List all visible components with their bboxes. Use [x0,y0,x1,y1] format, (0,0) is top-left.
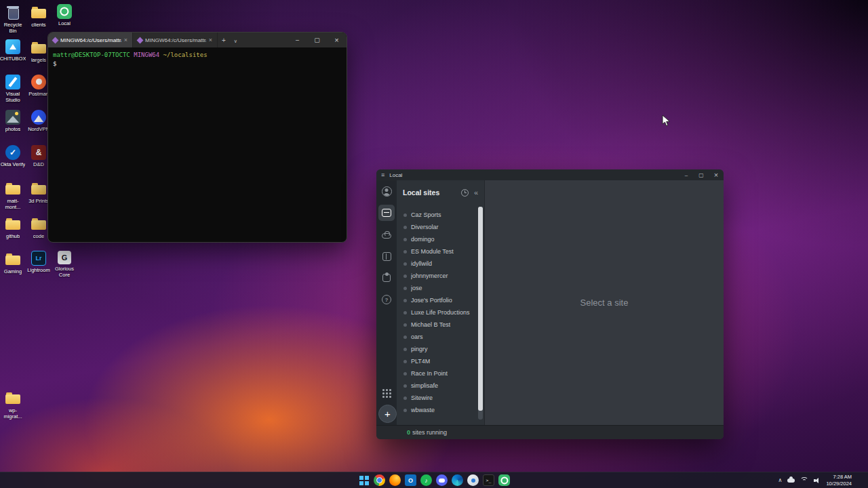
desktop-icon[interactable]: photos [0,110,26,145]
desktop-icon-label: Recycle Bin [0,22,26,34]
hamburger-menu-icon[interactable] [376,171,389,178]
site-name: johnnymercer [411,272,448,279]
desktop-icons-column-1: Recycle Bin CHITUBOX Visual Studio Code … [0,4,26,286]
close-button[interactable] [327,33,347,47]
site-list-item[interactable]: Michael B Test [397,319,484,331]
layout-icon [382,252,391,261]
desktop-icon[interactable]: matt-mont... [0,180,26,216]
apps-grid-icon[interactable] [382,388,391,398]
account-button[interactable] [378,183,395,199]
terminal-tab[interactable]: MINGW64:/c/Users/mattr/loc [48,33,133,47]
desktop-icon-label: CHITUBOX [0,56,26,62]
wifi-icon[interactable] [800,477,808,484]
terminal-icon[interactable] [483,474,494,486]
chrome-icon[interactable] [374,474,385,486]
spotify-icon[interactable] [420,474,432,486]
tab-close-icon[interactable] [209,37,212,43]
terminal-input-line: $ [53,60,342,68]
site-name: jose [411,285,422,291]
discord-icon[interactable] [436,474,448,486]
site-status-dot [403,226,407,229]
site-name: Jose's Portfolio [411,297,452,304]
site-list-item[interactable]: jose [397,282,484,294]
desktop-icon[interactable]: Visual Studio Code [0,75,26,110]
site-list-item[interactable]: idyllwild [397,258,484,270]
puzzle-addons-icon [382,274,391,282]
desktop-icon[interactable]: CHITUBOX [0,39,26,75]
desktop-icon[interactable]: Glorious Core [52,251,77,286]
desktop-icon[interactable]: github [0,216,26,251]
panel-title: Local sites [403,188,456,197]
maximize-button[interactable] [694,169,709,180]
site-list-item[interactable]: PLT4M [397,355,484,367]
site-name: oars [411,333,423,340]
prompt-path: ~/localsites [163,52,208,58]
edge-icon[interactable] [452,474,463,486]
blueprints-tab[interactable] [378,248,395,264]
new-tab-button[interactable] [218,37,230,44]
site-list-item[interactable]: pingry [397,343,484,355]
tab-close-icon[interactable] [124,37,127,43]
volume-icon[interactable] [814,477,821,484]
desktop-icon[interactable]: Gaming [0,251,26,286]
terminal-output[interactable]: mattr@DESKTOP-07TOCTC MINGW64 ~/localsit… [48,47,347,242]
minimize-button[interactable] [679,169,694,180]
collapse-sidebar-icon[interactable] [474,188,478,197]
history-clock-icon[interactable] [461,189,469,197]
folder-icon [5,390,21,406]
scrollbar-thumb[interactable] [478,207,483,411]
site-list-item[interactable]: simplisafe [397,380,484,392]
connect-tab[interactable] [378,226,395,243]
terminal-tab-label: MINGW64:/c/Users/mattr/loc [60,37,121,43]
close-button[interactable] [709,169,724,180]
site-list-item[interactable]: Sitewire [397,392,484,404]
site-list-item[interactable]: Caz Sports [397,209,484,221]
site-list-item[interactable]: Race In Point [397,367,484,380]
scrollbar-track[interactable] [478,207,483,420]
desktop-icon[interactable]: Okta Verify [0,145,26,180]
site-list-item[interactable]: ES Module Test [397,245,484,258]
desktop-icon[interactable]: Lightroom [26,251,52,286]
select-a-site-placeholder: Select a site [580,298,629,308]
outlook-icon[interactable] [405,474,416,486]
site-list-item[interactable]: domingo [397,233,484,245]
hidden-icons-chevron-icon[interactable] [778,477,783,483]
copilot-icon[interactable] [467,474,479,486]
site-list-item[interactable]: Diversolar [397,221,484,233]
site-list-item[interactable]: Jose's Portfolio [397,294,484,306]
help-button[interactable] [378,291,395,308]
desktop-icon[interactable]: wp-migrat... [0,390,26,425]
sites-list: Caz Sports Diversolar domingo [397,205,484,425]
folder-icon [31,4,47,20]
desktop-icon-label: photos [5,126,21,132]
firefox-icon[interactable] [389,474,401,486]
postman-icon [31,75,46,89]
site-status-dot [403,274,407,278]
git-bash-icon [52,37,59,43]
local-content: Local sites Caz Sports Diversolar [376,180,724,425]
desktop-icon[interactable]: Recycle Bin [0,4,26,39]
site-list-item[interactable]: Luxe Life Productions [397,306,484,319]
tab-dropdown-icon[interactable] [230,37,241,44]
onedrive-cloud-icon[interactable] [787,479,795,483]
minimize-button[interactable] [288,33,307,47]
add-site-button[interactable] [378,405,397,423]
local-icon[interactable] [498,474,510,486]
taskbar-clock[interactable]: 7:28 AM 10/29/2024 [826,474,852,487]
folder-icon [31,180,47,197]
maximize-button[interactable] [307,33,327,47]
site-list-item[interactable]: johnnymercer [397,270,484,282]
local-sites-tab[interactable] [378,205,395,221]
site-name: wbwaste [411,407,435,413]
site-status-dot [403,287,407,290]
site-list-item[interactable]: oars [397,331,484,343]
desktop-icon-label: Visual Studio Code [0,91,26,104]
site-status-dot [403,360,407,363]
addons-tab[interactable] [378,270,395,286]
site-status-dot [403,336,407,339]
terminal-tab[interactable]: MINGW64:/c/Users/mattr/clien [133,33,218,47]
local-title-bar: Local [376,169,724,180]
site-status-dot [403,299,407,302]
site-list-item[interactable]: wbwaste [397,404,484,416]
start-icon[interactable] [358,474,370,486]
